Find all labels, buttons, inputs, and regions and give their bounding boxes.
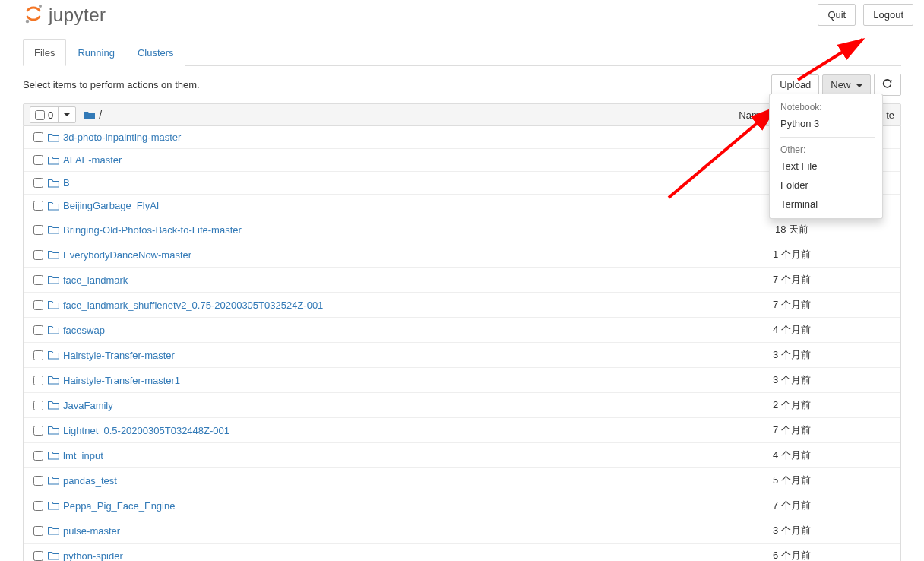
file-row: EverybodyDanceNow-master1 个月前: [24, 242, 900, 267]
row-modified: 3 个月前: [742, 373, 841, 387]
refresh-button[interactable]: [874, 74, 901, 96]
row-name-link[interactable]: ALAE-master: [63, 154, 742, 166]
row-modified: 3 个月前: [742, 348, 841, 362]
row-checkbox[interactable]: [33, 426, 43, 436]
row-modified: 4 个月前: [742, 448, 841, 462]
row-checkbox-wrap: [30, 401, 46, 410]
dd-item-textfile[interactable]: Text File: [770, 157, 882, 176]
row-checkbox[interactable]: [33, 451, 43, 461]
row-modified: 7 个月前: [742, 499, 841, 512]
row-checkbox[interactable]: [33, 526, 43, 536]
file-row: faceswap4 个月前: [24, 317, 900, 342]
dd-divider: [780, 137, 875, 138]
row-checkbox[interactable]: [33, 476, 43, 486]
row-checkbox[interactable]: [33, 155, 43, 165]
dd-item-terminal[interactable]: Terminal: [770, 195, 882, 214]
folder-icon: [46, 551, 60, 560]
caret-down-icon: [856, 84, 862, 87]
row-checkbox[interactable]: [33, 300, 43, 310]
row-checkbox[interactable]: [33, 225, 43, 235]
row-name-link[interactable]: Hairstyle-Transfer-master: [63, 350, 742, 361]
row-checkbox-wrap: [30, 132, 46, 142]
row-checkbox[interactable]: [33, 275, 43, 285]
select-all-checkbox-wrap[interactable]: 0: [30, 109, 58, 121]
row-modified: 5 个月前: [742, 474, 841, 487]
row-name-link[interactable]: pulse-master: [63, 525, 742, 537]
row-checkbox[interactable]: [33, 178, 43, 188]
row-name-link[interactable]: B: [63, 177, 742, 189]
instruction-text: Select items to perform actions on them.: [23, 79, 200, 90]
new-button[interactable]: New: [822, 74, 871, 95]
tab-running[interactable]: Running: [66, 39, 125, 66]
row-checkbox[interactable]: [33, 401, 43, 410]
row-checkbox[interactable]: [33, 551, 43, 561]
row-checkbox-wrap: [30, 376, 46, 385]
row-name-link[interactable]: lmt_input: [63, 450, 742, 461]
dd-item-folder[interactable]: Folder: [770, 176, 882, 195]
tabs: Files Running Clusters: [23, 38, 901, 66]
dd-item-python3[interactable]: Python 3: [770, 114, 882, 133]
file-row: Lightnet_0.5-20200305T032448Z-0017 个月前: [24, 417, 900, 442]
row-name-link[interactable]: pandas_test: [63, 475, 742, 487]
row-name-link[interactable]: face_landmark_shufflenetv2_0.75-20200305…: [63, 300, 742, 311]
row-name-link[interactable]: 3d-photo-inpainting-master: [63, 132, 742, 143]
row-name-link[interactable]: Lightnet_0.5-20200305T032448Z-001: [63, 425, 742, 436]
row-checkbox[interactable]: [33, 325, 43, 335]
folder-icon: [46, 476, 60, 485]
file-row: Peppa_Pig_Face_Engine7 个月前: [24, 493, 900, 518]
row-checkbox-wrap: [30, 526, 46, 536]
row-modified: 1 个月前: [742, 248, 841, 261]
upload-button[interactable]: Upload: [771, 74, 819, 95]
file-row: Hairstyle-Transfer-master3 个月前: [24, 342, 900, 367]
col-header-name[interactable]: Name: [739, 109, 773, 121]
new-button-label: New: [831, 79, 850, 90]
svg-point-0: [39, 5, 42, 8]
row-checkbox-wrap: [30, 451, 46, 461]
row-name-link[interactable]: Peppa_Pig_Face_Engine: [63, 500, 742, 512]
row-checkbox[interactable]: [33, 132, 43, 142]
tab-files[interactable]: Files: [23, 39, 66, 66]
row-name-link[interactable]: face_landmark: [63, 274, 742, 286]
tab-clusters[interactable]: Clusters: [126, 39, 185, 66]
folder-icon: [46, 300, 60, 309]
folder-root-icon[interactable]: [84, 110, 96, 120]
toolbar-row: Select items to perform actions on them.…: [23, 74, 901, 96]
row-name-link[interactable]: faceswap: [63, 325, 742, 336]
row-checkbox[interactable]: [33, 250, 43, 260]
row-checkbox[interactable]: [33, 201, 43, 211]
logo[interactable]: jupyter: [23, 3, 106, 27]
row-name-link[interactable]: Hairstyle-Transfer-master1: [63, 375, 742, 386]
row-checkbox[interactable]: [33, 376, 43, 385]
row-checkbox[interactable]: [33, 501, 43, 511]
dd-other-label: Other:: [770, 141, 882, 157]
select-all-control[interactable]: 0: [30, 106, 76, 123]
row-name-link[interactable]: python-spider: [63, 550, 742, 562]
file-row: JavaFamily2 个月前: [24, 392, 900, 417]
breadcrumb-root: /: [99, 109, 102, 121]
new-dropdown-menu: Notebook: Python 3 Other: Text File Fold…: [769, 94, 883, 219]
header-buttons: Quit Logout: [818, 4, 913, 26]
folder-icon: [46, 376, 60, 385]
logout-button[interactable]: Logout: [863, 4, 913, 26]
file-row: pulse-master3 个月前: [24, 518, 900, 543]
row-name-link[interactable]: EverybodyDanceNow-master: [63, 249, 742, 261]
folder-icon: [46, 526, 60, 535]
row-checkbox-wrap: [30, 155, 46, 165]
folder-icon: [46, 201, 60, 211]
row-name-link[interactable]: JavaFamily: [63, 400, 742, 411]
folder-icon: [46, 501, 60, 510]
quit-button[interactable]: Quit: [818, 4, 856, 26]
row-modified: 2 个月前: [742, 398, 841, 412]
row-modified: 18 天前: [742, 223, 841, 236]
row-checkbox[interactable]: [33, 350, 43, 360]
row-checkbox-wrap: [30, 350, 46, 360]
row-name-link[interactable]: Bringing-Old-Photos-Back-to-Life-master: [63, 224, 742, 236]
col-name-label: Name: [739, 109, 765, 121]
file-row: python-spider6 个月前: [24, 543, 900, 561]
select-all-checkbox[interactable]: [35, 110, 45, 120]
row-name-link[interactable]: BeijingGarbage_FlyAI: [63, 200, 742, 211]
folder-icon: [46, 133, 60, 142]
folder-icon: [46, 325, 60, 334]
select-all-dropdown[interactable]: [58, 107, 75, 122]
row-checkbox-wrap: [30, 551, 46, 561]
